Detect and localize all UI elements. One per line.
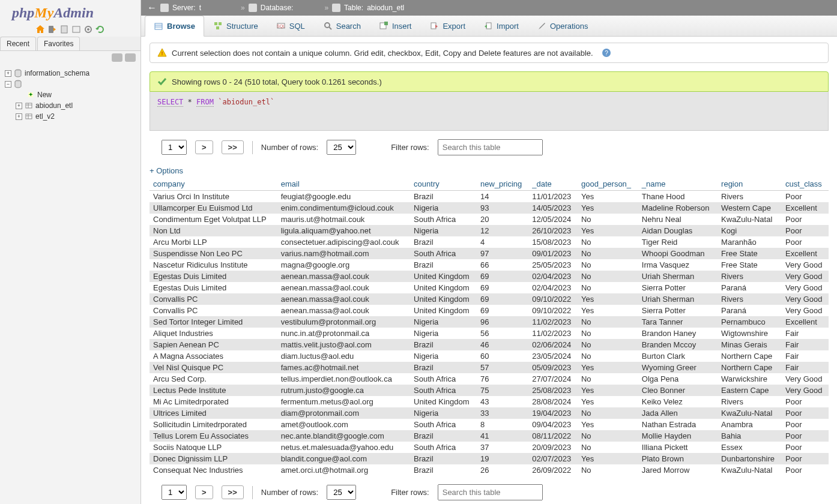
expand-icon[interactable]: + (16, 113, 22, 120)
table-cell: Mi Ac Limitedrporated (150, 396, 277, 407)
expand-icon[interactable]: + (16, 103, 22, 109)
tab-label: Export (443, 22, 465, 31)
table-cell: Brazil (410, 464, 477, 476)
table-cell: 41 (477, 430, 528, 442)
last-page-button[interactable]: >> (222, 140, 244, 154)
tree-db[interactable]: − (2, 79, 138, 89)
table-cell: Very Good (782, 293, 829, 305)
table-cell: Brazil (410, 339, 477, 350)
collapse-icon[interactable]: − (5, 81, 11, 88)
options-toggle[interactable]: + Options (150, 164, 829, 178)
table-cell: Excellent (782, 248, 829, 259)
table-cell: No (578, 248, 638, 259)
tab-sql[interactable]: SQL SQL (267, 16, 314, 36)
tab-search[interactable]: Search (314, 16, 370, 36)
column-header[interactable]: region (718, 178, 782, 191)
home-icon[interactable] (35, 25, 45, 34)
docs-icon[interactable] (59, 25, 69, 34)
table-cell: Egestas Duis Limited (150, 271, 277, 282)
svg-rect-26 (384, 22, 388, 25)
warning-message: ! Current selection does not contain a u… (150, 43, 829, 63)
settings-icon[interactable] (83, 25, 93, 34)
table-cell: 57 (477, 362, 528, 373)
table-cell: Sollicitudin Limitedrporated (150, 419, 277, 430)
table-cell: 75 (477, 385, 528, 396)
last-page-button[interactable]: >> (222, 485, 244, 499)
column-header[interactable]: company (150, 178, 277, 191)
breadcrumb-server[interactable]: t (199, 4, 201, 12)
table-cell: Olga Pena (638, 373, 718, 385)
tree-new[interactable]: ✦ New (2, 89, 138, 100)
breadcrumb-label: Database: (261, 4, 294, 12)
table-cell: feugiat@google.edu (277, 191, 410, 203)
tab-import[interactable]: Import (474, 16, 528, 36)
svg-point-23 (325, 23, 330, 28)
table-cell: 14 (477, 191, 528, 203)
table-cell: Burton Clark (638, 350, 718, 362)
tree-db[interactable]: + information_schema (2, 68, 138, 79)
tab-insert[interactable]: Insert (370, 16, 421, 36)
breadcrumb-table[interactable]: abiodun_etl (367, 4, 404, 12)
table-cell: Nigeria (410, 202, 477, 214)
warning-text: Current selection does not contain a uni… (172, 49, 593, 58)
table-cell: 26 (477, 464, 528, 476)
rows-select[interactable]: 25 (327, 140, 356, 155)
warning-icon: ! (157, 48, 167, 58)
column-header[interactable]: country (410, 178, 477, 191)
table-cell: rutrum.justo@google.ca (277, 385, 410, 396)
tab-browse[interactable]: Browse (145, 16, 204, 37)
column-header[interactable]: email (277, 178, 410, 191)
tab-operations[interactable]: Operations (528, 16, 597, 36)
tree-label: New (37, 91, 52, 99)
table-cell: 20/09/2023 (528, 442, 578, 453)
next-page-button[interactable]: > (195, 485, 213, 499)
tab-recent[interactable]: Recent (0, 37, 36, 50)
next-page-button[interactable]: > (195, 140, 213, 154)
tab-label: Structure (226, 22, 258, 31)
table-cell: Fair (782, 328, 829, 339)
sql-icon[interactable] (71, 25, 81, 34)
link-icon[interactable] (125, 53, 136, 62)
table-cell: 19 (477, 453, 528, 464)
tree-table[interactable]: + abiodun_etl (2, 100, 138, 111)
column-header[interactable]: cust_class (782, 178, 829, 191)
table-cell: United Kingdom (410, 396, 477, 407)
logout-icon[interactable] (47, 25, 57, 34)
table-cell: Free State (718, 248, 782, 259)
table-cell: aenean.massa@aol.couk (277, 293, 410, 305)
back-arrow-icon[interactable]: ← (147, 2, 157, 13)
page-select[interactable]: 1 (162, 140, 187, 155)
tab-label: Insert (392, 22, 412, 31)
table-cell: enim.condimentum@icloud.couk (277, 202, 410, 214)
table-row: Vel Nisl Quisque PCfames.ac@hotmail.netB… (150, 362, 829, 373)
collapse-icon[interactable] (112, 53, 122, 62)
reload-icon[interactable] (95, 25, 105, 34)
tab-structure[interactable]: Structure (204, 16, 267, 36)
filter-label: Filter rows: (391, 143, 429, 152)
table-cell: Poor (782, 191, 829, 203)
table-row: Sollicitudin Limitedrporatedamet@outlook… (150, 419, 829, 430)
sql-icon: SQL (276, 21, 286, 31)
column-header[interactable]: _date (528, 178, 578, 191)
info-icon[interactable]: ? (602, 48, 611, 58)
table-cell: Very Good (782, 385, 829, 396)
table-cell: consectetuer.adipiscing@aol.couk (277, 236, 410, 248)
column-header[interactable]: new_pricing (477, 178, 528, 191)
table-cell: Suspendisse Non Leo PC (150, 248, 277, 259)
tab-favorites[interactable]: Favorites (37, 37, 80, 50)
column-header[interactable]: _name (638, 178, 718, 191)
column-header[interactable]: good_person_ (578, 178, 638, 191)
filter-input[interactable] (438, 139, 543, 155)
table-cell: Yes (578, 362, 638, 373)
tree-table[interactable]: + etl_v2 (2, 111, 138, 122)
table-cell: Non Ltd (150, 225, 277, 236)
logo[interactable]: phpMyAdmin (0, 0, 141, 22)
filter-input[interactable] (438, 484, 543, 500)
svg-rect-20 (216, 26, 219, 29)
table-cell: Wigtownshire (718, 328, 782, 339)
rows-select[interactable]: 25 (327, 485, 356, 500)
tab-export[interactable]: Export (420, 16, 474, 36)
table-row: Ullamcorper Eu Euismod Ltdenim.condiment… (150, 202, 829, 214)
expand-icon[interactable]: + (5, 70, 11, 77)
page-select[interactable]: 1 (162, 485, 187, 500)
